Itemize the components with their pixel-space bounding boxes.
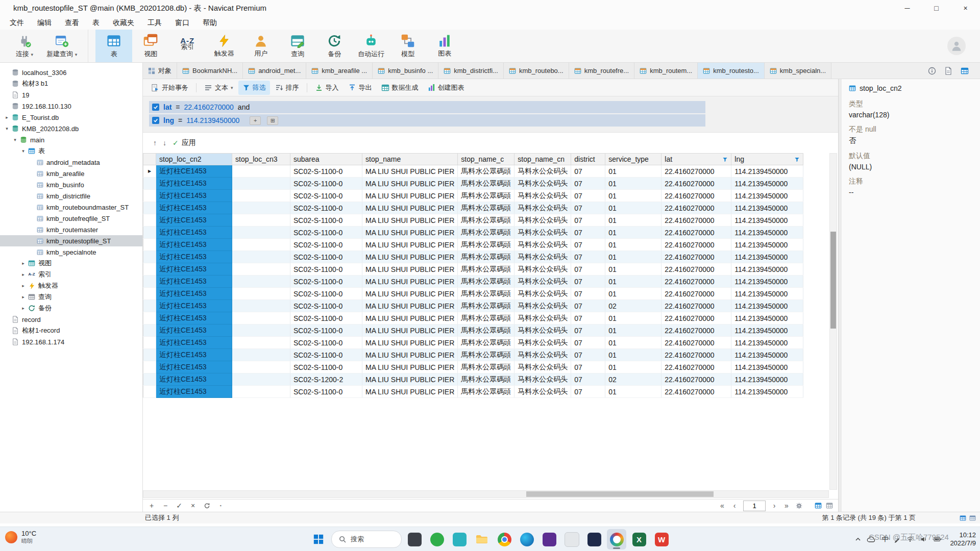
cell-subarea[interactable]: SC02-S-1100-0 — [290, 165, 362, 178]
cell-stop_loc_cn3[interactable] — [232, 214, 290, 227]
cell-district[interactable]: 07 — [571, 190, 605, 202]
row-marker[interactable] — [143, 178, 156, 190]
tree-expand-icon[interactable]: ▸ — [19, 272, 27, 277]
tree-item-kmb_areafile[interactable]: kmb_areafile — [0, 168, 142, 179]
cell-stop_name_cn[interactable]: 马料水公众码头 — [514, 214, 571, 227]
refresh-button[interactable] — [203, 503, 210, 509]
cell-subarea[interactable]: SC02-S-1100-0 — [290, 202, 362, 214]
taskbar-app-edge[interactable] — [517, 529, 536, 549]
sort-button[interactable]: 排序 — [271, 81, 303, 95]
tree-expand-icon[interactable]: ▸ — [19, 261, 27, 266]
properties-panel-toggle-icon[interactable] — [961, 67, 969, 75]
cell-subarea[interactable]: SC02-S-1100-0 — [290, 361, 362, 373]
cell-stop_name_c[interactable]: 馬料水公眾碼頭 — [458, 312, 514, 324]
text-button[interactable]: 文本▾ — [200, 81, 237, 95]
menu-item-1[interactable]: 编辑 — [31, 17, 58, 29]
tree-item-索引[interactable]: ▸ A-Z 索引 — [0, 269, 142, 280]
cell-stop_name_c[interactable]: 馬料水公眾碼頭 — [458, 202, 514, 214]
move-condition-down-button[interactable]: ↓ — [163, 139, 166, 147]
tab-kmb_routesto...[interactable]: kmb_routesto... — [698, 63, 765, 79]
condition-checkbox[interactable] — [152, 117, 159, 124]
cell-subarea[interactable]: SC02-S-1200-2 — [290, 373, 362, 386]
cell-lng[interactable]: 114.2139450000 — [731, 263, 803, 276]
cell-service_type[interactable]: 01 — [605, 312, 662, 324]
cell-stop_name[interactable]: MA LIU SHUI PUBLIC PIER — [362, 276, 458, 288]
stop-button[interactable]: ▪ — [217, 503, 224, 508]
cell-service_type[interactable]: 01 — [605, 251, 662, 263]
cell-stop_name_cn[interactable]: 马料水公众码头 — [514, 251, 571, 263]
export-button[interactable]: 导出 — [344, 81, 376, 95]
close-button[interactable]: × — [951, 0, 980, 16]
user-avatar[interactable] — [947, 37, 966, 55]
row-marker[interactable] — [143, 239, 156, 251]
menu-item-5[interactable]: 工具 — [141, 17, 168, 29]
cell-subarea[interactable]: SC02-S-1100-0 — [290, 251, 362, 263]
tab-BookmarkNH...[interactable]: BookmarkNH... — [177, 63, 243, 79]
page-number-input[interactable] — [743, 500, 766, 511]
toolbar-query-button[interactable]: 查询 — [279, 30, 316, 62]
cell-stop_name_cn[interactable]: 马料水公众码头 — [514, 349, 571, 361]
tree-item-main[interactable]: ▾ main — [0, 134, 142, 145]
tree-item-查询[interactable]: ▸ 查询 — [0, 291, 142, 303]
cell-district[interactable]: 07 — [571, 178, 605, 190]
tab-kmb_areafile ...[interactable]: kmb_areafile ... — [306, 63, 373, 79]
taskbar-clock[interactable]: 10:12 2022/7/9 — [950, 531, 976, 547]
tree-expand-icon[interactable]: ▸ — [19, 294, 27, 299]
cell-district[interactable]: 07 — [571, 227, 605, 239]
cell-stop_name_cn[interactable]: 马料水公众码头 — [514, 337, 571, 349]
cell-stop_loc_cn2[interactable]: 近灯柱CE1453 — [156, 361, 232, 373]
toolbar-table-button[interactable]: 表 — [95, 30, 132, 62]
condition-checkbox[interactable] — [152, 104, 159, 111]
tree-item-kmb_routeboundmaster_ST[interactable]: kmb_routeboundmaster_ST — [0, 202, 142, 213]
taskbar-app-app-green[interactable] — [427, 529, 447, 549]
column-header-service_type[interactable]: service_type — [605, 154, 662, 165]
cell-stop_loc_cn2[interactable]: 近灯柱CE1453 — [156, 251, 232, 263]
tree-expand-icon[interactable]: ▸ — [19, 306, 27, 311]
cell-stop_name_cn[interactable]: 马料水公众码头 — [514, 202, 571, 214]
cell-stop_name_cn[interactable]: 马料水公众码头 — [514, 190, 571, 202]
cell-lng[interactable]: 114.2139450000 — [731, 227, 803, 239]
create-chart-button[interactable]: 创建图表 — [424, 81, 469, 95]
save-record-button[interactable]: ✓ — [176, 502, 183, 510]
cell-lng[interactable]: 114.2139450000 — [731, 288, 803, 300]
tray-chevron-up-icon[interactable] — [855, 536, 861, 542]
cell-stop_name[interactable]: MA LIU SHUI PUBLIC PIER — [362, 288, 458, 300]
cell-stop_name[interactable]: MA LIU SHUI PUBLIC PIER — [362, 386, 458, 398]
cell-stop_loc_cn2[interactable]: 近灯柱CE1453 — [156, 337, 232, 349]
tab-kmb_businfo ...[interactable]: kmb_businfo ... — [373, 63, 438, 79]
cell-service_type[interactable]: 01 — [605, 337, 662, 349]
filter-funnel-icon[interactable] — [794, 157, 800, 162]
tree-item-备份[interactable]: ▸ 备份 — [0, 303, 142, 314]
cell-district[interactable]: 07 — [571, 276, 605, 288]
condition-field[interactable]: lng — [163, 116, 174, 124]
cell-lat[interactable]: 22.4160270000 — [662, 202, 731, 214]
cell-lng[interactable]: 114.2139450000 — [731, 178, 803, 190]
taskbar-app-app-teal[interactable] — [450, 529, 469, 549]
cell-stop_name_cn[interactable]: 马料水公众码头 — [514, 227, 571, 239]
add-record-button[interactable]: + — [148, 502, 155, 510]
cell-subarea[interactable]: SC02-S-1100-0 — [290, 337, 362, 349]
toolbar-user-button[interactable]: 用户 — [242, 30, 279, 62]
toolbar-model-button[interactable]: 模型 — [389, 30, 426, 62]
cell-stop_name_cn[interactable]: 马料水公众码头 — [514, 178, 571, 190]
cell-stop_loc_cn3[interactable] — [232, 276, 290, 288]
horizontal-scrollbar-thumb[interactable] — [526, 491, 714, 497]
cell-lat[interactable]: 22.4160270000 — [662, 165, 731, 178]
cell-lng[interactable]: 114.2139450000 — [731, 300, 803, 312]
cancel-record-button[interactable]: × — [189, 502, 197, 510]
cell-stop_name_c[interactable]: 馬料水公眾碼頭 — [458, 178, 514, 190]
cell-lat[interactable]: 22.4160270000 — [662, 300, 731, 312]
cell-service_type[interactable]: 01 — [605, 349, 662, 361]
cell-service_type[interactable]: 01 — [605, 276, 662, 288]
data-generation-button[interactable]: 数据生成 — [377, 81, 423, 95]
tree-item-E_Tourist.db[interactable]: ▸ E_Tourist.db — [0, 112, 142, 123]
column-header-stop_loc_cn2[interactable]: stop_loc_cn2 — [156, 154, 232, 165]
filter-funnel-icon[interactable] — [722, 157, 728, 162]
cell-stop_loc_cn3[interactable] — [232, 349, 290, 361]
cell-district[interactable]: 07 — [571, 214, 605, 227]
column-header-district[interactable]: district — [571, 154, 605, 165]
tree-expand-icon[interactable]: ▾ — [3, 126, 11, 131]
row-marker[interactable] — [143, 349, 156, 361]
cell-subarea[interactable]: SC02-S-1100-0 — [290, 178, 362, 190]
cell-lng[interactable]: 114.2139450000 — [731, 312, 803, 324]
